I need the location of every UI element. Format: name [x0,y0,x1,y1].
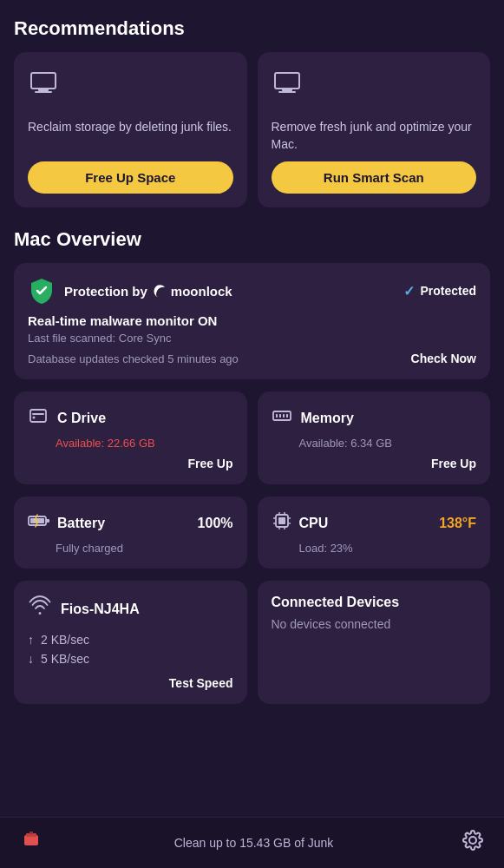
svg-rect-30 [29,832,33,834]
test-speed-button[interactable]: Test Speed [28,676,233,690]
battery-cpu-grid: Battery 100% Fully charged [14,496,490,569]
svg-rect-9 [32,413,44,415]
recommendations-row: Reclaim storage by deleting junk files. … [14,52,490,207]
svg-rect-19 [278,517,285,524]
svg-rect-4 [282,89,292,91]
connected-devices-card: Connected Devices No devices connected [258,581,491,704]
bottom-bar: Clean up to 15.43 GB of Junk [0,817,504,868]
c-drive-card: C Drive Available: 22.66 GB Free Up [14,391,247,484]
download-arrow-icon: ↓ [28,652,34,666]
connected-devices-title: Connected Devices [272,595,477,610]
moonlock-icon [153,283,168,299]
svg-rect-14 [286,414,288,418]
cpu-icon [272,510,292,536]
connected-devices-status: No devices connected [272,617,477,631]
c-drive-header: C Drive [28,405,233,431]
monitor-icon-2 [272,68,477,105]
protection-realtime: Real-time malware monitor ON [28,313,476,328]
drive-icon [28,405,49,431]
cleaner-icon[interactable] [21,828,45,858]
battery-value: 100% [198,516,233,531]
cpu-title: CPU [299,516,329,531]
rec-text-2: Remove fresh junk and optimize your Mac. [272,119,477,153]
c-drive-available: Available: 22.66 GB [56,437,233,450]
memory-free-up-button[interactable]: Free Up [272,457,477,470]
svg-rect-5 [278,91,296,93]
protection-db-text: Database updates checked 5 minutes ago [28,352,239,365]
rec-card-run-smart-scan: Remove fresh junk and optimize your Mac.… [258,52,491,207]
c-drive-free-up-button[interactable]: Free Up [28,457,233,470]
check-icon: ✓ [403,283,415,299]
svg-rect-12 [279,414,281,418]
memory-available: Available: 6.34 GB [299,437,477,450]
check-now-button[interactable]: Check Now [411,352,476,365]
svg-rect-11 [276,414,278,418]
wifi-download-stat: ↓ 5 KB/sec [28,652,233,666]
svg-rect-13 [283,414,285,418]
moonlock-brand: moonlock [153,283,232,299]
wifi-devices-grid: Fios-NJ4HA ↑ 2 KB/sec ↓ 5 KB/sec Test Sp… [14,581,490,704]
memory-card: Memory Available: 6.34 GB Free Up [258,391,491,484]
protection-status: ✓ Protected [403,283,476,299]
memory-icon [272,405,292,431]
mac-overview-title: Mac Overview [14,228,490,251]
cpu-header: CPU 138°F [272,510,477,536]
svg-rect-1 [38,89,49,91]
battery-left: Battery [28,510,105,536]
cpu-left: CPU [272,510,329,536]
wifi-name: Fios-NJ4HA [61,602,140,617]
wifi-upload-stat: ↑ 2 KB/sec [28,633,233,647]
recommendations-title: Recommendations [14,17,490,40]
protection-left: Protection by moonlock [28,277,232,305]
cpu-value: 138°F [439,516,476,531]
protection-by-label: Protection by moonlock [64,283,232,299]
free-up-space-button[interactable]: Free Up Space [28,161,233,194]
protection-card: Protection by moonlock ✓ Protected Real-… [14,263,490,379]
battery-title: Battery [57,516,105,531]
protection-db-row: Database updates checked 5 minutes ago C… [28,352,476,365]
upload-arrow-icon: ↑ [28,633,34,647]
shield-icon [28,277,56,305]
memory-header: Memory [272,405,477,431]
memory-title: Memory [301,411,354,426]
battery-card: Battery 100% Fully charged [14,496,247,569]
battery-icon [28,510,50,536]
cpu-card: CPU 138°F Load: 23% [258,496,491,569]
monitor-icon-1 [28,68,233,105]
cpu-status: Load: 23% [299,542,477,555]
wifi-icon [28,595,52,624]
protection-last-scan: Last file scanned: Core Sync [28,332,476,345]
settings-icon[interactable] [462,830,483,856]
rec-text-1: Reclaim storage by deleting junk files. [28,119,233,153]
svg-rect-0 [31,73,56,89]
wifi-header: Fios-NJ4HA [28,595,233,624]
run-smart-scan-button[interactable]: Run Smart Scan [272,161,477,194]
svg-rect-17 [46,519,49,523]
battery-status: Fully charged [56,542,233,555]
wifi-card: Fios-NJ4HA ↑ 2 KB/sec ↓ 5 KB/sec Test Sp… [14,581,247,704]
svg-rect-2 [35,91,52,93]
svg-rect-3 [275,73,299,89]
svg-point-8 [33,417,36,419]
drive-memory-grid: C Drive Available: 22.66 GB Free Up [14,391,490,484]
cleanup-text: Clean up to 15.43 GB of Junk [174,836,334,850]
svg-rect-7 [30,410,46,422]
battery-header: Battery 100% [28,510,233,536]
c-drive-title: C Drive [57,411,106,426]
rec-card-free-up-space: Reclaim storage by deleting junk files. … [14,52,247,207]
main-container: Recommendations Reclaim storage by delet… [0,0,504,868]
protection-header: Protection by moonlock ✓ Protected [28,277,476,305]
